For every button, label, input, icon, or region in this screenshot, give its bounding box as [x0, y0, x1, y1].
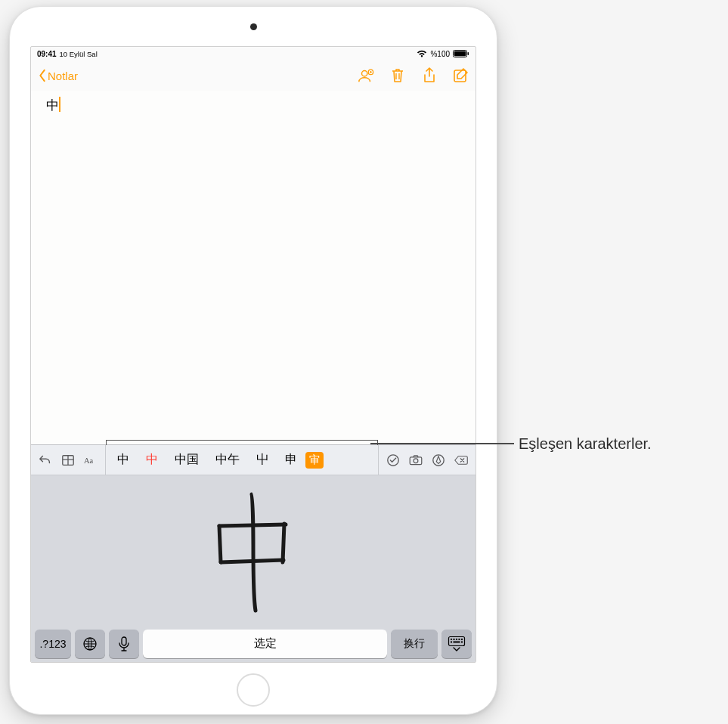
- return-key[interactable]: 换行: [391, 630, 438, 658]
- svg-point-10: [414, 458, 418, 463]
- camera-button[interactable]: [404, 445, 427, 475]
- status-bar: 09:41 10 Eylül Sal %100: [31, 47, 476, 60]
- note-text: 中: [46, 97, 59, 114]
- hide-keyboard-icon: [448, 636, 466, 652]
- chevron-left-icon: [37, 69, 48, 82]
- candidate-bracket: [106, 440, 378, 445]
- trash-icon: [390, 67, 405, 84]
- number-symbol-key[interactable]: .?123: [35, 630, 71, 658]
- callout-label: Eşleşen karakterler.: [519, 435, 652, 453]
- table-button[interactable]: [57, 445, 79, 475]
- svg-rect-2: [468, 52, 469, 55]
- format-button[interactable]: Aa: [79, 445, 102, 475]
- share-button[interactable]: [421, 67, 438, 84]
- candidate-item[interactable]: 中: [109, 445, 138, 475]
- candidate-item[interactable]: 中国: [166, 445, 207, 475]
- candidate-item-highlighted[interactable]: 审: [305, 452, 324, 469]
- key-label: 换行: [404, 637, 425, 651]
- mic-icon: [119, 636, 129, 651]
- battery-icon: [453, 50, 469, 57]
- keyboard-bottom-row: .?123 选定 换行: [31, 629, 476, 662]
- handwriting-input-area[interactable]: [31, 475, 476, 629]
- svg-text:Aa: Aa: [84, 456, 94, 464]
- status-date: 10 Eylül Sal: [60, 50, 98, 58]
- candidate-item[interactable]: 申: [277, 445, 305, 475]
- delete-button[interactable]: [389, 67, 406, 84]
- back-button-label: Notlar: [48, 70, 78, 82]
- svg-rect-15: [451, 639, 452, 640]
- delete-left-icon: [454, 453, 468, 467]
- space-select-key[interactable]: 选定: [143, 630, 387, 658]
- delete-key[interactable]: [450, 445, 472, 475]
- key-label: .?123: [39, 638, 66, 650]
- share-icon: [423, 67, 436, 84]
- camera-icon: [409, 453, 423, 467]
- svg-rect-21: [454, 641, 460, 642]
- status-time: 09:41: [37, 50, 57, 58]
- table-icon: [61, 453, 75, 467]
- svg-point-3: [362, 71, 367, 76]
- svg-rect-17: [456, 639, 457, 640]
- candidate-item[interactable]: 中午: [207, 445, 248, 475]
- candidate-item[interactable]: 中: [138, 445, 166, 475]
- ipad-device-frame: 09:41 10 Eylül Sal %100 Notlar: [9, 6, 497, 715]
- status-battery-text: %100: [430, 50, 450, 58]
- pen-circle-icon: [432, 453, 445, 467]
- dictation-key[interactable]: [109, 630, 139, 658]
- key-label: 选定: [254, 636, 277, 651]
- text-format-icon: Aa: [84, 453, 98, 467]
- compose-button[interactable]: [453, 67, 469, 84]
- markup-button[interactable]: [427, 445, 450, 475]
- front-camera: [250, 23, 257, 30]
- callout-leader-line: [370, 443, 514, 444]
- globe-icon: [82, 636, 98, 651]
- home-button[interactable]: [237, 673, 270, 707]
- svg-rect-16: [454, 639, 455, 640]
- device-screen: 09:41 10 Eylül Sal %100 Notlar: [30, 46, 476, 663]
- note-editor[interactable]: 中: [31, 91, 476, 444]
- device-top-bezel: [10, 7, 497, 46]
- undo-button[interactable]: [34, 445, 57, 475]
- checkmark-circle-icon: [386, 453, 400, 467]
- handwriting-keyboard: Aa 中 中 中国 中午 屮 申 审: [31, 444, 476, 662]
- svg-rect-13: [122, 637, 126, 645]
- back-button[interactable]: Notlar: [37, 69, 78, 82]
- checklist-button[interactable]: [382, 445, 404, 475]
- undo-icon: [39, 453, 52, 467]
- svg-rect-1: [454, 51, 466, 56]
- candidate-bar: Aa 中 中 中国 中午 屮 申 审: [31, 445, 476, 475]
- hide-keyboard-key[interactable]: [441, 630, 472, 658]
- people-icon: [358, 67, 374, 84]
- wifi-icon: [417, 50, 427, 57]
- svg-rect-19: [461, 639, 463, 640]
- people-add-button[interactable]: [358, 67, 374, 84]
- candidate-list: 中 中 中国 中午 屮 申 审: [105, 445, 379, 475]
- svg-rect-20: [451, 641, 452, 642]
- navigation-bar: Notlar: [31, 60, 476, 91]
- handwritten-stroke: [197, 488, 310, 617]
- candidate-item[interactable]: 屮: [248, 445, 277, 475]
- globe-key[interactable]: [75, 630, 105, 658]
- svg-rect-18: [459, 639, 460, 640]
- text-cursor: [59, 97, 60, 112]
- compose-icon: [453, 67, 469, 84]
- svg-rect-22: [461, 641, 463, 642]
